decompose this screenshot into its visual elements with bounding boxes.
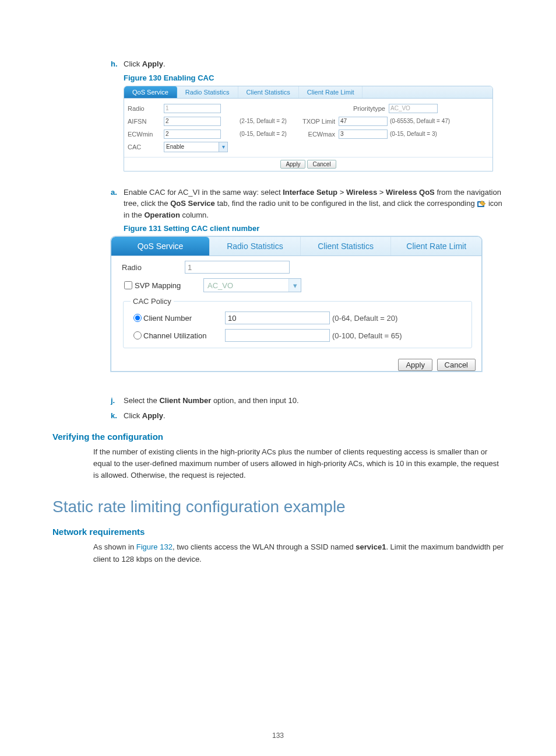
- step-j-marker: j.: [111, 395, 124, 407]
- chevron-down-icon: ▾: [219, 142, 227, 152]
- svp-mapping-checkbox[interactable]: [124, 281, 132, 289]
- figure-130: QoS Service Radio Statistics Client Stat…: [124, 86, 493, 172]
- step-a-text: Enable CAC for AC_VI in the same way: se…: [124, 187, 504, 221]
- prioritytype-label: Prioritytype: [347, 105, 389, 112]
- channel-utilization-input[interactable]: [225, 329, 330, 342]
- step-h-marker: h.: [111, 58, 124, 70]
- channel-utilization-radio[interactable]: [133, 331, 142, 340]
- tab-qos-service[interactable]: QoS Service: [111, 237, 210, 256]
- cac-select[interactable]: Enable ▾: [164, 142, 228, 152]
- step-h-text: Click Apply.: [124, 58, 504, 70]
- figure-132-link[interactable]: Figure 132: [136, 542, 173, 551]
- radio-label: Radio: [122, 263, 185, 272]
- verifying-heading: Verifying the configuration: [52, 432, 504, 442]
- step-a: a. Enable CAC for AC_VI in the same way:…: [111, 187, 504, 221]
- figure-130-title: Figure 130 Enabling CAC: [124, 74, 504, 82]
- radio-input[interactable]: [164, 104, 221, 113]
- chevron-down-icon: ▾: [288, 279, 301, 292]
- radio-label: Radio: [128, 105, 164, 112]
- tab-client-statistics[interactable]: Client Statistics: [301, 237, 392, 256]
- prioritytype-input[interactable]: [389, 104, 438, 113]
- radio-input[interactable]: [185, 261, 290, 274]
- ecwmin-label: ECWmin: [128, 131, 164, 138]
- network-requirements-heading: Network requirements: [52, 527, 504, 537]
- step-j-text: Select the Client Number option, and the…: [124, 395, 504, 407]
- txop-input[interactable]: [339, 117, 388, 126]
- txop-hint: (0-65535, Default = 47): [388, 118, 450, 124]
- cac-policy-fieldset: CAC Policy Client Number (0-64, Default …: [123, 297, 472, 348]
- client-number-label: Client Number: [143, 314, 225, 323]
- aifsn-label: AIFSN: [128, 118, 164, 125]
- ecwmin-input[interactable]: [164, 130, 221, 139]
- client-number-radio[interactable]: [133, 314, 142, 322]
- tab-radio-statistics[interactable]: Radio Statistics: [210, 237, 301, 256]
- tab-client-rate-limit[interactable]: Client Rate Limit: [391, 237, 481, 256]
- ecwmax-hint: (0-15, Default = 3): [388, 131, 437, 137]
- aifsn-input[interactable]: [164, 117, 221, 126]
- network-requirements-paragraph: As shown in Figure 132, two clients acce…: [93, 541, 504, 565]
- channel-utilization-label: Channel Utilization: [143, 331, 225, 340]
- apply-button[interactable]: Apply: [398, 359, 432, 371]
- client-number-hint: (0-64, Default = 20): [332, 314, 397, 323]
- fig131-tabbar: QoS Service Radio Statistics Client Stat…: [111, 237, 481, 256]
- fig130-tabbar: QoS Service Radio Statistics Client Stat…: [124, 86, 492, 99]
- page-number: 133: [0, 732, 556, 740]
- tab-radio-statistics[interactable]: Radio Statistics: [177, 86, 238, 98]
- tab-client-rate-limit[interactable]: Client Rate Limit: [299, 86, 363, 98]
- ecwmax-input[interactable]: [339, 130, 388, 139]
- static-rate-heading: Static rate limiting configuration examp…: [52, 498, 504, 516]
- edit-icon: [477, 200, 486, 208]
- step-j: j. Select the Client Number option, and …: [111, 395, 504, 407]
- step-k: k. Click Apply.: [111, 410, 504, 422]
- cac-policy-legend: CAC Policy: [131, 297, 174, 306]
- step-h: h. Click Apply.: [111, 58, 504, 70]
- figure-131-title: Figure 131 Setting CAC client number: [124, 224, 504, 233]
- figure-131: QoS Service Radio Statistics Client Stat…: [111, 236, 482, 372]
- tab-qos-service[interactable]: QoS Service: [124, 86, 177, 98]
- cancel-button[interactable]: Cancel: [307, 160, 336, 169]
- svp-mapping-label: SVP Mapping: [135, 281, 203, 290]
- ecwmin-hint: (0-15, Default = 2): [240, 131, 297, 137]
- step-a-marker: a.: [111, 187, 124, 221]
- channel-utilization-hint: (0-100, Default = 65): [332, 331, 402, 340]
- step-k-text: Click Apply.: [124, 410, 504, 422]
- svp-mapping-select[interactable]: AC_VO ▾: [203, 278, 301, 292]
- tab-client-statistics[interactable]: Client Statistics: [238, 86, 299, 98]
- txop-label: TXOP Limit: [297, 118, 339, 125]
- client-number-input[interactable]: [225, 312, 330, 324]
- verifying-paragraph: If the number of existing clients in the…: [93, 446, 504, 481]
- aifsn-hint: (2-15, Default = 2): [240, 118, 297, 124]
- ecwmax-label: ECWmax: [297, 131, 339, 138]
- step-k-marker: k.: [111, 410, 124, 422]
- cancel-button[interactable]: Cancel: [437, 359, 476, 371]
- apply-button[interactable]: Apply: [280, 160, 305, 169]
- cac-label: CAC: [128, 144, 164, 150]
